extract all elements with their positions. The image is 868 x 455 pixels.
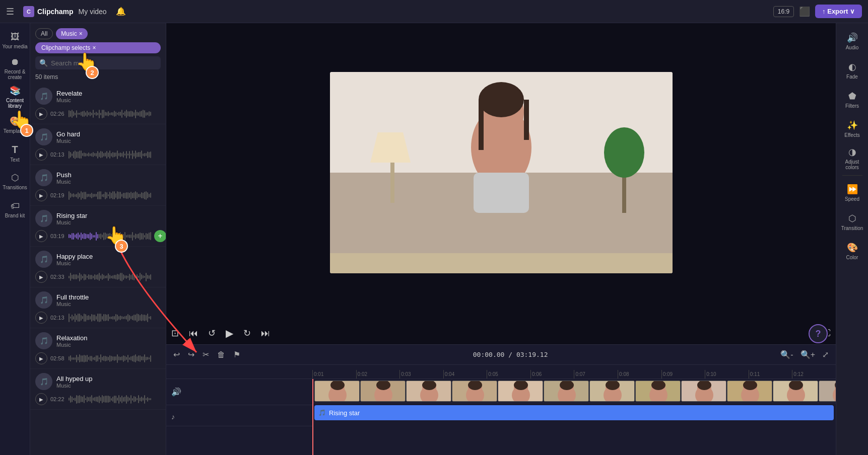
play-btn-relaxation[interactable]: ▶ xyxy=(35,352,47,364)
ruler-tick: 0:08 xyxy=(618,370,661,378)
sidebar-item-text[interactable]: T Text xyxy=(2,140,28,166)
play-btn-happy-place[interactable]: ▶ xyxy=(35,271,47,283)
play-btn-full-throttle[interactable]: ▶ xyxy=(35,312,47,324)
forward-5-button[interactable]: ↻ xyxy=(243,328,251,339)
video-clip-thumb[interactable] xyxy=(406,381,451,402)
waveform-relaxation xyxy=(69,353,161,363)
flag-button[interactable]: ⚑ xyxy=(231,349,242,360)
music-item-happy-place[interactable]: 🎵 Happy place Music ▶ 02:33 xyxy=(30,247,166,287)
brand-kit-icon: 🏷 xyxy=(11,201,20,211)
video-clip-thumb[interactable] xyxy=(452,381,497,402)
right-sidebar-item-audio[interactable]: 🔊 Audio xyxy=(838,27,866,55)
effects-label: Effects xyxy=(844,132,859,138)
video-clip-thumb[interactable] xyxy=(635,381,681,402)
play-btn-rising-star[interactable]: ▶ xyxy=(35,230,47,242)
sidebar-item-templates[interactable]: 🎨 Templates xyxy=(2,112,28,138)
video-clip-thumb[interactable] xyxy=(360,381,406,402)
music-controls-go-hard: ▶ 02:13 xyxy=(35,148,161,161)
ruler-label: 0:04 xyxy=(445,371,454,377)
music-item-relaxation[interactable]: 🎵 Relaxation Music ▶ 02:58 xyxy=(30,328,166,369)
transition-label: Transition xyxy=(841,225,863,231)
timeline-tracks: 🔊 ♪ xyxy=(166,379,836,455)
right-sidebar-item-fade[interactable]: ◐ Fade xyxy=(838,56,866,85)
music-item-push[interactable]: 🎵 Push Music ▶ 02:19 xyxy=(30,165,166,206)
search-input[interactable] xyxy=(51,59,157,67)
sidebar-item-your-media[interactable]: 🖼 Your media xyxy=(2,27,28,53)
video-clip-thumb[interactable] xyxy=(727,381,772,402)
music-duration-go-hard: 02:13 xyxy=(50,151,65,158)
video-clip-thumb[interactable] xyxy=(589,381,635,402)
svg-rect-9 xyxy=(474,173,529,213)
music-item-header-revelate: 🎵 Revelate Music xyxy=(35,88,161,105)
menu-icon[interactable]: ☰ xyxy=(6,6,14,17)
skip-forward-button[interactable]: ⏭ xyxy=(261,328,270,339)
export-button[interactable]: ↑ Export ∨ xyxy=(815,5,862,18)
add-btn-rising-star[interactable]: + xyxy=(154,230,166,242)
audio-track-label: ♪ xyxy=(166,407,312,426)
filter-all-button[interactable]: All xyxy=(35,28,53,39)
music-item-all-hyped-up[interactable]: 🎵 All hyped up Music ▶ 02:22 xyxy=(30,369,166,410)
right-sidebar-item-speed[interactable]: ⏩ Speed xyxy=(838,179,866,207)
music-item-full-throttle[interactable]: 🎵 Full throttle Music ▶ 02:13 xyxy=(30,287,166,328)
notify-icon[interactable]: 🔔 xyxy=(116,7,126,16)
play-button[interactable]: ▶ xyxy=(226,327,233,339)
delete-button[interactable]: 🗑 xyxy=(215,349,227,360)
video-clip-thumb[interactable] xyxy=(681,381,726,402)
fit-screen-button[interactable]: ⊡ xyxy=(171,328,179,339)
right-sidebar-item-filters[interactable]: ⬟ Filters xyxy=(838,86,866,114)
right-sidebar-item-color[interactable]: 🎨 Color xyxy=(838,237,866,265)
filter-music-close[interactable]: × xyxy=(79,30,83,37)
video-clip-thumb[interactable] xyxy=(819,381,836,402)
play-btn-push[interactable]: ▶ xyxy=(35,189,47,201)
music-item-revelate[interactable]: 🎵 Revelate Music ▶ 02:26 xyxy=(30,84,166,124)
playhead[interactable] xyxy=(312,379,313,455)
audio-clip-rising-star[interactable]: 🎵 Rising star xyxy=(314,405,834,420)
redo-button[interactable]: ↪ xyxy=(186,349,196,360)
video-clip-thumb[interactable] xyxy=(498,381,543,402)
video-title[interactable]: My video xyxy=(79,8,107,16)
video-clip-thumb[interactable] xyxy=(773,381,818,402)
clipchamp-selects-close[interactable]: × xyxy=(92,44,96,51)
right-sidebar-item-adjust-colors[interactable]: ◑ Adjustcolors xyxy=(838,144,866,172)
video-thumbnail xyxy=(330,72,673,273)
sidebar-item-content-library[interactable]: 📚 Contentlibrary xyxy=(2,84,28,110)
clipchamp-selects-button[interactable]: Clipchamp selects × xyxy=(35,42,161,53)
track-content[interactable]: 🎵 Rising star xyxy=(312,379,836,455)
music-duration-full-throttle: 02:13 xyxy=(50,315,65,321)
undo-button[interactable]: ↩ xyxy=(171,349,182,360)
ruler-tick: 0:03 xyxy=(399,370,443,378)
cut-button[interactable]: ✂ xyxy=(201,349,211,360)
skip-back-button[interactable]: ⏮ xyxy=(189,328,198,339)
right-sidebar-item-effects[interactable]: ✨ Effects xyxy=(838,115,866,143)
zoom-in-button[interactable]: 🔍+ xyxy=(798,349,817,360)
help-button[interactable]: ? xyxy=(809,324,828,343)
music-controls-push: ▶ 02:19 xyxy=(35,189,161,201)
waveform-go-hard xyxy=(69,149,161,160)
music-item-go-hard[interactable]: 🎵 Go hard Music ▶ 02:13 xyxy=(30,124,166,165)
fit-timeline-button[interactable]: ⤢ xyxy=(820,349,831,360)
filter-music-tag[interactable]: Music × xyxy=(56,28,87,39)
sidebar-item-record-create[interactable]: ⏺ Record &create xyxy=(2,55,28,82)
sidebar-item-transitions[interactable]: ⬡ Transitions xyxy=(2,168,28,194)
play-btn-revelate[interactable]: ▶ xyxy=(35,108,47,120)
video-clip-thumb[interactable] xyxy=(314,381,360,402)
sidebar-item-brand-kit[interactable]: 🏷 Brand kit xyxy=(2,196,28,222)
music-controls-relaxation: ▶ 02:58 xyxy=(35,352,161,364)
music-item-rising-star[interactable]: 🎵 Rising star Music ▶ 03:19 + xyxy=(30,206,166,247)
sidebar-label-your-media: Your media xyxy=(2,44,27,49)
right-sidebar-item-transition[interactable]: ⬡ Transition xyxy=(838,208,866,236)
timeline-time-display: 00:00.00 / 03:19.12 xyxy=(246,351,774,358)
track-labels: 🔊 ♪ xyxy=(166,379,312,455)
video-clip-thumb[interactable] xyxy=(544,381,589,402)
music-title-push: Push xyxy=(56,171,161,179)
ruler-label: 0:03 xyxy=(401,371,411,377)
zoom-out-button[interactable]: 🔍- xyxy=(778,349,795,360)
waveform-push xyxy=(69,190,161,200)
caption-button[interactable]: ⬛ xyxy=(799,6,810,17)
play-btn-go-hard[interactable]: ▶ xyxy=(35,148,47,161)
ruler-tick: 0:07 xyxy=(574,370,618,378)
rewind-5-button[interactable]: ↺ xyxy=(208,328,216,339)
play-btn-all-hyped-up[interactable]: ▶ xyxy=(35,393,47,405)
volume-icon: 🔊 xyxy=(171,387,181,397)
aspect-ratio-button[interactable]: 16:9 xyxy=(773,6,794,17)
